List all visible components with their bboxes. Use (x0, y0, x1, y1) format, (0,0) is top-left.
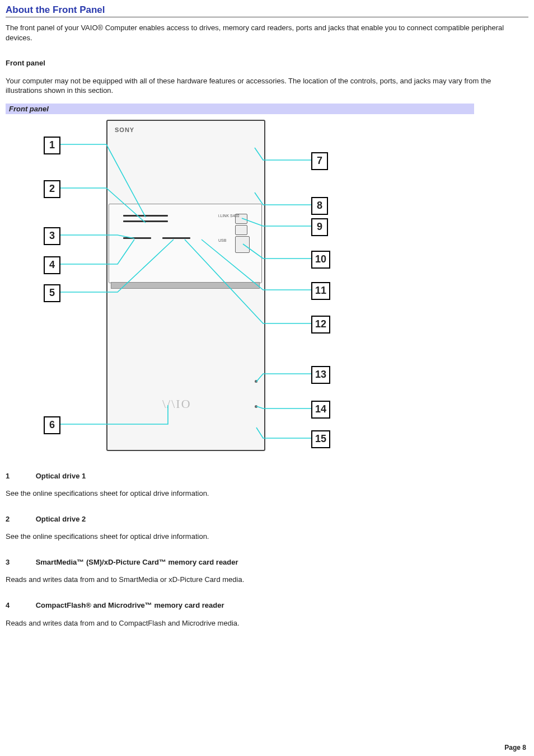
item-1-number: 1 (6, 471, 34, 481)
callout-2: 2 (44, 180, 60, 198)
callout-6: 6 (44, 416, 60, 434)
front-panel-diagram: SONY i.LINK S400 USB \/\IO (34, 114, 358, 456)
callout-1: 1 (44, 137, 60, 154)
callout-8: 8 (311, 197, 328, 215)
callout-7: 7 (311, 152, 328, 170)
front-panel-subhead: Front panel (6, 58, 528, 68)
item-4-title: CompactFlash® and Microdrive™ memory car… (36, 601, 224, 609)
item-3-title: SmartMedia™ (SM)/xD-Picture Card™ memory… (36, 558, 238, 566)
item-3-heading: 3 SmartMedia™ (SM)/xD-Picture Card™ memo… (6, 557, 528, 567)
callout-11: 11 (311, 282, 330, 300)
callout-9: 9 (311, 218, 328, 236)
callout-5: 5 (44, 284, 60, 302)
item-4-number: 4 (6, 600, 34, 611)
callout-12: 12 (311, 316, 330, 334)
item-2-desc: See the online specifications sheet for … (6, 532, 528, 542)
callout-10: 10 (311, 251, 330, 269)
callout-14: 14 (311, 401, 330, 419)
item-1-title: Optical drive 1 (36, 472, 86, 480)
page-title: About the Front Panel (6, 4, 528, 17)
callout-4: 4 (44, 256, 60, 274)
callout-lines (34, 114, 358, 456)
figure-caption: Front panel (6, 104, 474, 114)
item-2-title: Optical drive 2 (36, 515, 86, 523)
item-1-desc: See the online specifications sheet for … (6, 489, 528, 499)
item-4-desc: Reads and writes data from and to Compac… (6, 618, 528, 628)
item-1-heading: 1 Optical drive 1 (6, 471, 528, 481)
item-4-heading: 4 CompactFlash® and Microdrive™ memory c… (6, 600, 528, 611)
front-panel-paragraph: Your computer may not be equipped with a… (6, 76, 528, 96)
intro-paragraph: The front panel of your VAIO® Computer e… (6, 23, 528, 43)
callout-13: 13 (311, 366, 330, 384)
callout-15: 15 (311, 430, 330, 448)
item-2-heading: 2 Optical drive 2 (6, 514, 528, 524)
item-3-desc: Reads and writes data from and to SmartM… (6, 575, 528, 585)
callout-3: 3 (44, 227, 60, 245)
item-3-number: 3 (6, 557, 34, 567)
item-2-number: 2 (6, 514, 34, 524)
